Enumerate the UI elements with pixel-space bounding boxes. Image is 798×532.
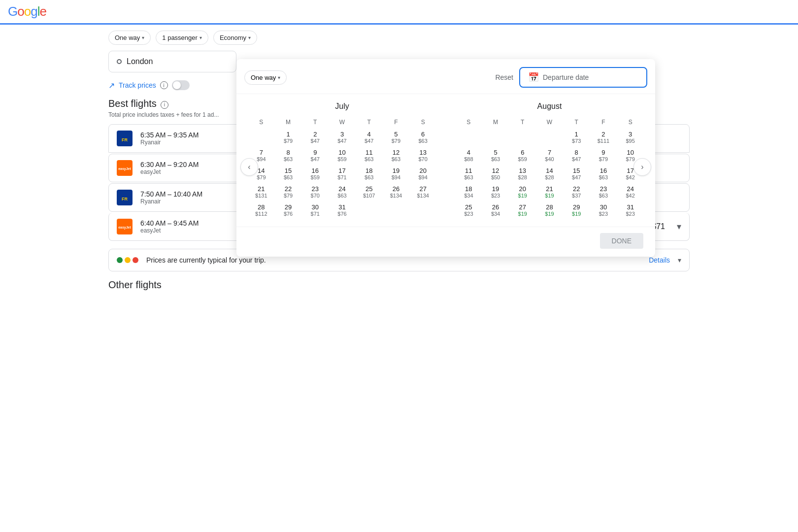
july-month-name: July (248, 102, 436, 111)
cal-day[interactable]: 15$47 (564, 165, 590, 182)
july-grid: S M T W T F S 1$79 2$47 3$47 4$47 5$79 6… (248, 117, 436, 219)
cal-day[interactable]: 12$63 (383, 147, 409, 164)
cal-day[interactable]: 27$19 (509, 201, 535, 219)
cal-day[interactable]: 28$112 (248, 201, 274, 219)
cal-day[interactable]: 20$19 (509, 183, 535, 200)
cal-day[interactable]: 10$59 (329, 147, 355, 164)
cal-day[interactable]: 5$63 (483, 147, 509, 164)
chevron-down-icon: ▾ (278, 75, 280, 80)
cal-day[interactable]: 13$70 (410, 147, 436, 164)
cal-day[interactable]: 20$94 (410, 165, 436, 182)
best-flights-info-icon[interactable]: i (161, 101, 168, 109)
cal-day[interactable]: 30$23 (591, 201, 617, 219)
svg-text:easyJet: easyJet (118, 226, 131, 230)
cal-day[interactable]: 4$47 (356, 129, 382, 146)
cal-day[interactable]: 23$63 (591, 183, 617, 200)
other-flights-title: Other flights (108, 279, 690, 291)
airline-name: easyJet (140, 168, 219, 175)
cal-day[interactable]: 25$23 (456, 201, 482, 219)
cal-day[interactable]: 29$76 (275, 201, 301, 219)
day-header-w: W (536, 117, 563, 128)
cal-day[interactable]: 6$59 (509, 147, 535, 164)
track-prices-toggle[interactable] (172, 80, 190, 90)
day-header-m: M (275, 117, 301, 128)
class-dropdown[interactable]: Economy ▾ (213, 31, 257, 45)
expand-details-icon[interactable]: ▾ (678, 256, 681, 264)
cal-day[interactable]: 21$131 (248, 183, 274, 200)
cal-day[interactable]: 25$107 (356, 183, 382, 200)
cal-day[interactable]: 24$42 (617, 183, 643, 200)
cal-day[interactable]: 3$47 (329, 129, 355, 146)
origin-search-box[interactable]: London (108, 51, 236, 72)
cal-day[interactable]: 31$76 (329, 201, 355, 219)
cal-day[interactable]: 19$23 (483, 183, 509, 200)
cal-day[interactable]: 23$70 (302, 183, 328, 200)
toolbar: One way ▾ 1 passenger ▾ Economy ▾ (0, 25, 798, 51)
cal-day[interactable]: 14$28 (536, 165, 563, 182)
flight-times: 6:30 AM – 9:20 AM (140, 161, 219, 168)
cal-day[interactable]: 2$111 (591, 129, 617, 146)
cal-day[interactable]: 27$134 (410, 183, 436, 200)
cal-day[interactable]: 26$34 (483, 201, 509, 219)
day-header-t: T (509, 117, 535, 128)
cal-empty (456, 129, 482, 146)
cal-day[interactable]: 24$63 (329, 183, 355, 200)
one-way-dropdown[interactable]: One way ▾ (108, 31, 151, 45)
origin-icon (117, 59, 122, 64)
cal-day[interactable]: 9$79 (591, 147, 617, 164)
flight-info: 6:30 AM – 9:20 AM easyJet (140, 161, 219, 175)
calendar-icon: 📅 (528, 72, 539, 83)
cal-day[interactable]: 29$19 (564, 201, 590, 219)
cal-day[interactable]: 22$37 (564, 183, 590, 200)
prev-month-button[interactable]: ‹ (240, 158, 258, 176)
cal-day[interactable]: 16$59 (302, 165, 328, 182)
flight-times: 7:50 AM – 10:40 AM (140, 190, 219, 198)
cal-day[interactable]: 11$63 (456, 165, 482, 182)
cal-day[interactable]: 5$79 (383, 129, 409, 146)
cal-day[interactable]: 9$47 (302, 147, 328, 164)
cal-day[interactable]: 26$134 (383, 183, 409, 200)
cal-day[interactable]: 18$34 (456, 183, 482, 200)
chevron-down-icon: ▾ (200, 35, 202, 40)
info-icon[interactable]: i (160, 81, 168, 89)
price-dot-red (133, 257, 138, 263)
expand-icon[interactable]: ▾ (677, 221, 681, 232)
cal-day[interactable]: 13$28 (509, 165, 535, 182)
cal-day[interactable]: 16$63 (591, 165, 617, 182)
cal-day[interactable]: 11$63 (356, 147, 382, 164)
cal-day[interactable]: 19$94 (383, 165, 409, 182)
passengers-dropdown[interactable]: 1 passenger ▾ (156, 31, 208, 45)
cal-day[interactable]: 4$88 (456, 147, 482, 164)
cal-empty (536, 129, 563, 146)
day-header-s: S (456, 117, 482, 128)
cal-day[interactable]: 7$40 (536, 147, 563, 164)
cal-day[interactable]: 31$23 (617, 201, 643, 219)
cal-day[interactable]: 18$63 (356, 165, 382, 182)
cal-day[interactable]: 8$63 (275, 147, 301, 164)
cal-day[interactable]: 1$73 (564, 129, 590, 146)
cal-day[interactable]: 17$71 (329, 165, 355, 182)
calendars-wrapper: July S M T W T F S 1$79 2$47 3$47 4$47 5… (236, 94, 655, 227)
cal-day[interactable]: 1$79 (275, 129, 301, 146)
cal-day[interactable]: 2$47 (302, 129, 328, 146)
svg-text:FR: FR (122, 197, 128, 201)
cal-day[interactable]: 15$63 (275, 165, 301, 182)
done-button[interactable]: DONE (600, 233, 643, 249)
details-link[interactable]: Details (649, 256, 670, 264)
cal-day[interactable]: 28$19 (536, 201, 563, 219)
cal-day[interactable]: 22$79 (275, 183, 301, 200)
calendar-one-way-btn[interactable]: One way ▾ (244, 70, 287, 85)
departure-date-placeholder: Departure date (543, 73, 589, 81)
ryanair-logo: FR (117, 190, 133, 205)
cal-day[interactable]: 3$95 (617, 129, 643, 146)
cal-day[interactable]: 12$50 (483, 165, 509, 182)
cal-day[interactable]: 30$71 (302, 201, 328, 219)
cal-day[interactable]: 6$63 (410, 129, 436, 146)
next-month-button[interactable]: › (633, 158, 651, 176)
cal-day[interactable]: 8$47 (564, 147, 590, 164)
departure-date-field[interactable]: 📅 Departure date (519, 67, 647, 88)
track-prices-label[interactable]: Track prices (119, 81, 156, 89)
reset-button[interactable]: Reset (495, 73, 513, 81)
price-indicator (117, 257, 138, 263)
cal-day[interactable]: 21$19 (536, 183, 563, 200)
